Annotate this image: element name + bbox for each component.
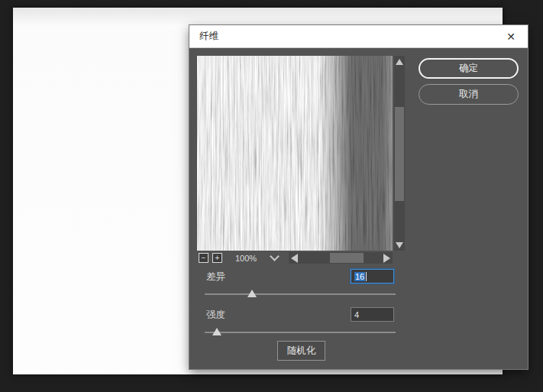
variance-slider-thumb[interactable] [247, 290, 257, 297]
photoshop-workspace: 纤维 ✕ [0, 0, 543, 392]
fibers-shading-overlay [197, 56, 393, 251]
strength-slider[interactable] [205, 332, 396, 333]
randomize-button[interactable]: 随机化 [277, 341, 325, 361]
zoom-in-button[interactable]: + [212, 253, 222, 263]
horizontal-scroll-thumb[interactable] [330, 253, 364, 263]
scroll-right-icon[interactable] [383, 252, 390, 264]
scroll-down-icon[interactable] [394, 239, 405, 251]
text-caret [366, 272, 367, 281]
vertical-scroll-thumb[interactable] [395, 107, 404, 201]
variance-label: 差异 [206, 271, 225, 283]
variance-value: 16 [354, 272, 365, 281]
scroll-left-icon[interactable] [291, 252, 298, 264]
variance-input[interactable]: 16 [351, 269, 394, 283]
cancel-button[interactable]: 取消 [419, 84, 519, 105]
fibers-preview[interactable] [197, 56, 393, 251]
dialog-title: 纤维 [199, 30, 218, 43]
ok-button[interactable]: 确定 [419, 58, 519, 79]
strength-slider-thumb[interactable] [212, 328, 221, 335]
strength-input[interactable]: 4 [351, 307, 394, 322]
strength-label: 强度 [206, 309, 225, 322]
preview-zoom-controls: − + 100% [199, 251, 393, 264]
chevron-down-icon[interactable] [270, 251, 280, 261]
preview-vertical-scrollbar[interactable] [394, 56, 405, 251]
fibers-dialog: 纤维 ✕ [189, 25, 528, 369]
dialog-titlebar: 纤维 ✕ [189, 25, 528, 48]
close-icon[interactable]: ✕ [502, 28, 520, 46]
strength-value: 4 [354, 310, 359, 319]
zoom-level-value[interactable]: 100% [233, 254, 259, 263]
preview-horizontal-scrollbar[interactable] [289, 252, 393, 264]
scroll-up-icon[interactable] [394, 56, 405, 67]
variance-slider[interactable] [205, 293, 396, 295]
zoom-out-button[interactable]: − [199, 253, 208, 263]
